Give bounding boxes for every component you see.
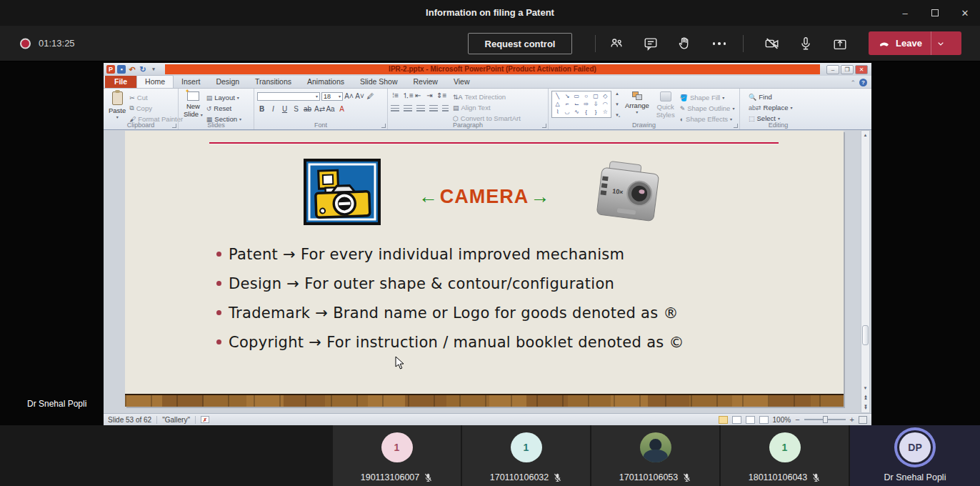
paste-button[interactable]: Paste▾ — [106, 91, 128, 121]
more-options-button[interactable] — [708, 32, 731, 55]
new-slide-button[interactable]: New Slide ▾ — [181, 91, 205, 121]
participants-button[interactable] — [605, 32, 628, 55]
raise-hand-button[interactable] — [674, 32, 696, 55]
maximize-button[interactable] — [920, 0, 950, 26]
help-icon[interactable]: ? — [859, 79, 867, 86]
participant-tile[interactable]: 1 170110106032 — [462, 425, 590, 486]
ppt-minimize-button[interactable]: – — [826, 65, 839, 74]
align-text-button[interactable]: ▤Align Text — [453, 103, 521, 112]
increase-indent-icon[interactable]: ⇥ — [425, 91, 434, 99]
tab-review[interactable]: Review — [406, 76, 446, 88]
columns-icon[interactable] — [442, 105, 449, 111]
justify-icon[interactable] — [429, 105, 438, 111]
slide[interactable]: ← CAMERA → — [125, 131, 844, 407]
dialog-launcher-icon[interactable] — [734, 124, 738, 128]
dialog-launcher-icon[interactable] — [542, 124, 546, 128]
replace-button[interactable]: ab⇄Replace▾ — [749, 103, 814, 112]
font-size-select[interactable]: 18▾ — [321, 92, 343, 101]
participant-avatar: DP — [899, 432, 931, 462]
tab-insert[interactable]: Insert — [174, 76, 208, 88]
shadow-icon[interactable]: S — [291, 105, 301, 113]
scroll-down-icon[interactable]: ▼ — [861, 384, 869, 392]
font-name-select[interactable]: ▾ — [257, 92, 320, 101]
request-control-button[interactable]: Request control — [468, 33, 572, 54]
grow-font-icon[interactable]: A˄ — [344, 92, 354, 100]
participant-tile[interactable]: 170110106053 — [591, 425, 719, 486]
slideshow-view-button[interactable] — [759, 416, 769, 424]
scroll-up-icon[interactable]: ▲ — [861, 131, 869, 139]
align-left-icon[interactable] — [391, 105, 399, 111]
change-case-icon[interactable]: Aa — [326, 105, 335, 113]
minimize-button[interactable]: – — [890, 0, 920, 26]
clear-formatting-icon[interactable]: 🖉 — [366, 92, 375, 100]
character-spacing-icon[interactable]: A⇄ — [314, 105, 324, 113]
ribbon: Paste▾ ✂Cut ⧉Copy 🖌Format Painter Clipbo… — [104, 89, 871, 130]
tab-home[interactable]: Home — [136, 75, 174, 88]
camera-toggle-button[interactable] — [761, 32, 784, 55]
previous-slide-button[interactable]: ▲▲ — [861, 392, 869, 402]
reset-button[interactable]: ↺Reset — [206, 104, 241, 113]
slide-scrollbar[interactable]: ▲ ▼ ▲▲ ▼▼ — [861, 130, 870, 413]
numbering-icon[interactable]: ⒈≡ — [402, 91, 411, 101]
font-color-icon[interactable]: A — [337, 105, 346, 113]
dialog-launcher-icon[interactable] — [381, 124, 386, 128]
tab-animations[interactable]: Animations — [299, 76, 352, 88]
spellcheck-icon[interactable]: ✗ — [201, 416, 209, 423]
close-button[interactable]: ✕ — [950, 0, 980, 26]
ppt-close-button[interactable]: ✕ — [855, 65, 868, 74]
fit-to-window-icon[interactable] — [859, 416, 867, 424]
find-button[interactable]: 🔍Find — [749, 92, 814, 101]
chevron-down-icon[interactable] — [935, 38, 946, 49]
copy-button[interactable]: ⧉Copy — [129, 104, 183, 113]
zoom-slider[interactable] — [804, 419, 846, 420]
zoom-slider-thumb[interactable] — [823, 416, 828, 423]
layout-button[interactable]: ▤Layout▾ — [206, 93, 241, 102]
tab-view[interactable]: View — [446, 76, 478, 88]
decrease-indent-icon[interactable]: ⇤ — [414, 91, 423, 99]
shapes-scroll[interactable]: ▲▼▼̳ — [614, 91, 620, 118]
tab-slide-show[interactable]: Slide Show — [352, 76, 406, 88]
text-direction-button[interactable]: ⇅AText Direction — [453, 92, 521, 101]
line-spacing-icon[interactable]: ⇕≡ — [436, 91, 446, 99]
participant-tile-speaking[interactable]: DP Dr Snehal Popli — [850, 425, 980, 486]
quick-styles-button[interactable]: Quick Styles — [654, 91, 677, 121]
share-screen-button[interactable] — [829, 32, 851, 55]
shapes-gallery[interactable]: ╲↘▭○▢◇ △⌐⌙⇨⇩◠ ⌇◡∿{}☆ — [551, 91, 611, 118]
dialog-launcher-icon[interactable] — [172, 124, 176, 128]
next-slide-button[interactable]: ▼▼ — [861, 402, 869, 412]
divider — [195, 416, 196, 424]
bullets-icon[interactable]: ⁝≡ — [391, 91, 400, 99]
zoom-out-icon[interactable]: − — [795, 415, 799, 424]
tab-design[interactable]: Design — [208, 76, 247, 88]
underline-icon[interactable]: U — [280, 105, 289, 113]
arrange-button[interactable]: Arrange▾ — [623, 91, 651, 121]
tab-transitions[interactable]: Transitions — [247, 76, 299, 88]
leave-button[interactable]: Leave — [869, 31, 961, 55]
italic-icon[interactable]: I — [269, 105, 278, 113]
participant-tile[interactable]: 1 180110106043 — [721, 425, 849, 486]
cut-button[interactable]: ✂Cut — [129, 93, 183, 102]
redo-icon[interactable]: ↻ — [139, 65, 147, 74]
tab-file[interactable]: File — [105, 76, 136, 88]
minimize-ribbon-icon[interactable]: ⌃ — [850, 79, 856, 86]
scrollbar-thumb[interactable] — [862, 325, 869, 345]
undo-icon[interactable]: ↶ — [128, 65, 136, 74]
shape-fill-button[interactable]: 🪣Shape Fill▾ — [680, 93, 735, 102]
participant-tile[interactable]: 1 190113106007 — [333, 425, 461, 486]
mic-toggle-button[interactable] — [794, 32, 817, 55]
align-right-icon[interactable] — [416, 105, 425, 111]
chat-button[interactable] — [639, 32, 662, 55]
save-icon[interactable]: ▪ — [117, 65, 126, 74]
reading-view-button[interactable] — [746, 416, 755, 424]
meeting-controlbar: 01:13:25 Request control — [0, 26, 980, 61]
strikethrough-icon[interactable]: ab — [303, 105, 312, 113]
zoom-in-icon[interactable]: + — [850, 415, 854, 424]
slide-sorter-view-button[interactable] — [732, 416, 741, 424]
shape-outline-button[interactable]: ✎Shape Outline▾ — [680, 104, 735, 113]
bold-icon[interactable]: B — [257, 105, 266, 113]
align-center-icon[interactable] — [404, 105, 412, 111]
ppt-restore-button[interactable]: ❐ — [841, 65, 854, 74]
normal-view-button[interactable] — [719, 416, 728, 424]
shrink-font-icon[interactable]: A˅ — [355, 92, 364, 100]
qat-dropdown-icon[interactable]: ▾ — [149, 65, 158, 74]
